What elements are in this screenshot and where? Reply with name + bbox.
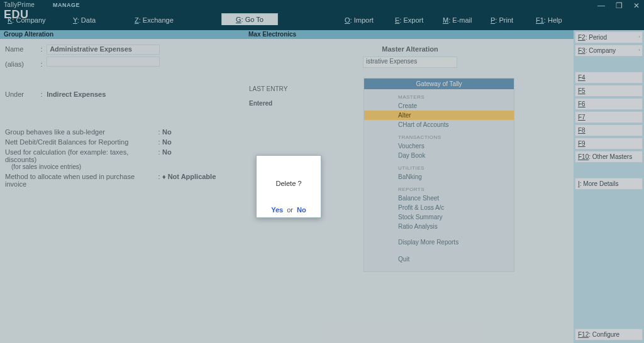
dialog-no-button[interactable]: No bbox=[297, 206, 306, 214]
dialog-message: Delete ? bbox=[257, 180, 321, 187]
modal-overlay bbox=[0, 0, 644, 343]
delete-confirm-dialog: Delete ? Yes or No bbox=[256, 155, 321, 218]
dialog-yes-button[interactable]: Yes bbox=[271, 206, 283, 214]
dialog-or-text: or bbox=[287, 206, 293, 214]
